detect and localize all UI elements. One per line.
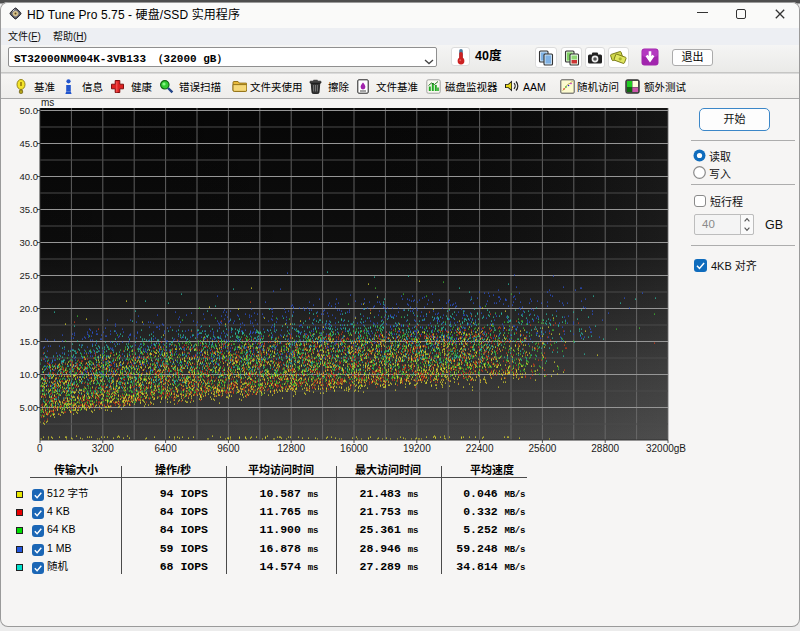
svg-text:12800: 12800 (277, 443, 305, 454)
svg-text:16000: 16000 (340, 443, 368, 454)
svg-text:6400: 6400 (154, 443, 177, 454)
svg-text:25600: 25600 (528, 443, 556, 454)
svg-text:22400: 22400 (466, 443, 494, 454)
svg-text:25.0: 25.0 (20, 270, 39, 281)
svg-text:0: 0 (37, 443, 43, 454)
svg-text:10.0: 10.0 (20, 369, 39, 380)
svg-text:15.0: 15.0 (20, 336, 39, 347)
svg-text:9600: 9600 (217, 443, 240, 454)
svg-text:19200: 19200 (403, 443, 431, 454)
svg-text:35.0: 35.0 (20, 204, 39, 215)
svg-text:50.0: 50.0 (20, 105, 39, 116)
svg-text:5.00: 5.00 (20, 402, 39, 413)
svg-text:ms: ms (41, 98, 54, 108)
svg-text:45.0: 45.0 (20, 138, 39, 149)
svg-text:32000gB: 32000gB (646, 443, 686, 454)
svg-text:40.0: 40.0 (20, 171, 39, 182)
svg-text:30.0: 30.0 (20, 237, 39, 248)
svg-text:28800: 28800 (591, 443, 619, 454)
svg-text:20.0: 20.0 (20, 303, 39, 314)
svg-text:3200: 3200 (92, 443, 115, 454)
